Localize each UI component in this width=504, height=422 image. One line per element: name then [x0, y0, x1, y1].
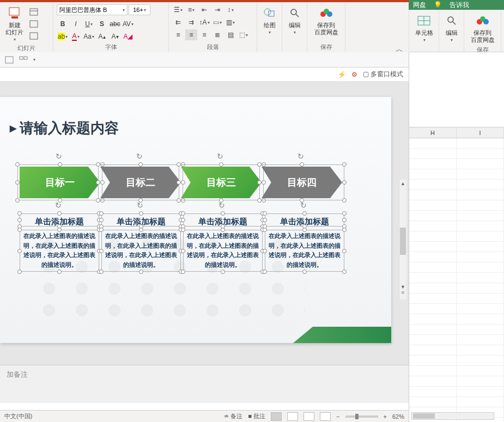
excel-row[interactable] [409, 149, 504, 159]
excel-cell[interactable] [409, 397, 457, 407]
selection-handle[interactable] [302, 211, 307, 216]
selection-handle[interactable] [99, 211, 104, 216]
excel-cell[interactable] [457, 376, 504, 386]
selection-handle[interactable] [342, 162, 347, 167]
excel-row[interactable] [409, 180, 504, 190]
decrease-list-button[interactable]: ⇇ [172, 17, 184, 28]
excel-cell[interactable] [409, 356, 457, 365]
selection-handle[interactable] [181, 198, 185, 203]
rotation-handle[interactable]: ↻ [55, 201, 62, 210]
excel-row[interactable] [409, 293, 504, 304]
selection-handle[interactable] [100, 198, 105, 203]
selection-handle[interactable] [260, 249, 265, 253]
selection-handle[interactable] [97, 249, 101, 253]
selection-handle[interactable] [15, 180, 20, 185]
align-text-button[interactable]: ▭▾ [211, 17, 223, 28]
arrow-shape[interactable]: 目标四↻ [262, 167, 342, 198]
excel-cell[interactable] [409, 304, 457, 314]
excel-cell[interactable] [409, 345, 457, 355]
layout-button[interactable] [28, 7, 40, 17]
selection-handle[interactable] [177, 198, 181, 203]
selection-handle[interactable] [257, 162, 262, 167]
selection-handle[interactable] [181, 211, 185, 216]
new-slide-button[interactable]: 新建 幻灯片 ▾ [3, 4, 26, 43]
excel-row[interactable] [409, 200, 504, 211]
selection-handle[interactable] [181, 218, 185, 222]
excel-cell[interactable] [457, 335, 504, 345]
selection-handle[interactable] [262, 162, 266, 167]
selection-handle[interactable] [260, 224, 265, 229]
selection-handle[interactable] [219, 162, 223, 167]
selection-handle[interactable] [15, 162, 20, 167]
font-name-combo[interactable]: 阿里巴巴普惠体 B▾ [57, 4, 127, 15]
rotation-handle[interactable]: ↻ [56, 152, 62, 161]
text-effects-button[interactable]: AV▾ [122, 19, 134, 29]
excel-cell[interactable] [457, 273, 504, 283]
selection-handle[interactable] [257, 198, 262, 203]
selection-handle[interactable] [17, 270, 22, 274]
excel-cell[interactable] [457, 169, 504, 179]
reading-view-button[interactable] [303, 412, 314, 421]
excel-cell[interactable] [409, 138, 457, 148]
excel-cell[interactable] [409, 180, 457, 189]
strikethrough-button[interactable]: abc [109, 19, 121, 29]
excel-row[interactable] [409, 138, 504, 149]
selection-handle[interactable] [17, 224, 22, 229]
excel-cell[interactable] [457, 211, 504, 221]
excel-row[interactable] [409, 242, 504, 252]
vertical-scrollbar[interactable]: ▲ ▼ ≡ [399, 180, 406, 299]
excel-cell[interactable] [409, 190, 457, 200]
excel-cell[interactable] [409, 273, 457, 283]
change-case-button[interactable]: Aa▾ [83, 31, 95, 42]
excel-row[interactable] [409, 221, 504, 231]
excel-cell[interactable] [457, 190, 504, 200]
excel-cell[interactable] [457, 366, 504, 376]
sorter-view-button[interactable] [287, 412, 298, 421]
excel-cell[interactable] [457, 293, 504, 303]
excel-row[interactable] [409, 304, 504, 314]
excel-row[interactable] [409, 252, 504, 262]
notes-pane[interactable]: 加备注 [0, 365, 409, 403]
selection-handle[interactable] [97, 224, 101, 229]
excel-cell[interactable] [457, 304, 504, 314]
excel-cell[interactable] [457, 252, 504, 262]
text-block[interactable]: 单击添加标题在此录入上述图表的描述说明，在此录入上述图表的描述说明，在此录入上述… [20, 215, 99, 272]
selection-handle[interactable] [260, 218, 265, 222]
selection-handle[interactable] [179, 218, 183, 222]
slide[interactable]: 请输入标题内容 目标一↻目标二↻目标三↻目标四↻ 单击添加标题在此录入上述图表的… [0, 97, 391, 343]
selection-handle[interactable] [138, 198, 143, 203]
selection-handle[interactable] [100, 162, 105, 167]
selection-handle[interactable] [219, 198, 223, 203]
justify-button[interactable]: ≣ [211, 29, 223, 40]
clear-format-button[interactable]: A◢ [122, 31, 134, 42]
excel-cell[interactable] [409, 335, 457, 345]
excel-row[interactable] [409, 211, 504, 221]
pin-icon[interactable]: ⚡ [338, 71, 346, 78]
excel-cell[interactable] [457, 149, 504, 158]
smartart-button[interactable]: ⬚▾ [238, 29, 250, 40]
selection-handle[interactable] [17, 228, 22, 232]
italic-button[interactable]: I [70, 19, 82, 29]
selection-handle[interactable] [138, 162, 143, 167]
excel-cell[interactable] [409, 325, 457, 334]
excel-cell[interactable] [457, 356, 504, 365]
scroll-thumb[interactable] [413, 413, 435, 419]
excel-row[interactable] [409, 231, 504, 242]
excel-cell[interactable] [457, 231, 504, 241]
rotation-handle[interactable]: ↻ [218, 201, 225, 210]
excel-save-baidu-button[interactable]: 保存到 百度网盘 [467, 12, 497, 45]
selection-handle[interactable] [17, 211, 22, 216]
excel-row[interactable] [409, 397, 504, 407]
selection-handle[interactable] [342, 211, 347, 216]
excel-cell[interactable] [457, 221, 504, 231]
arrow-shape[interactable]: 目标一↻ [20, 167, 100, 198]
distribute-button[interactable]: ▤ [224, 29, 236, 40]
excel-row[interactable] [409, 262, 504, 273]
text-block[interactable]: 单击添加标题在此录入上述图表的描述说明，在此录入上述图表的描述说明，在此录入上述… [183, 215, 263, 272]
font-color-button[interactable]: A▾ [70, 31, 82, 42]
selection-handle[interactable] [342, 180, 347, 185]
selection-handle[interactable] [181, 249, 185, 253]
text-block[interactable]: 单击添加标题在此录入上述图表的描述说明，在此录入上述图表的描述说明，在此录入上述… [265, 215, 344, 272]
excel-editing-button[interactable]: 编辑 ▾ [442, 12, 460, 44]
excel-cell[interactable] [409, 231, 457, 241]
